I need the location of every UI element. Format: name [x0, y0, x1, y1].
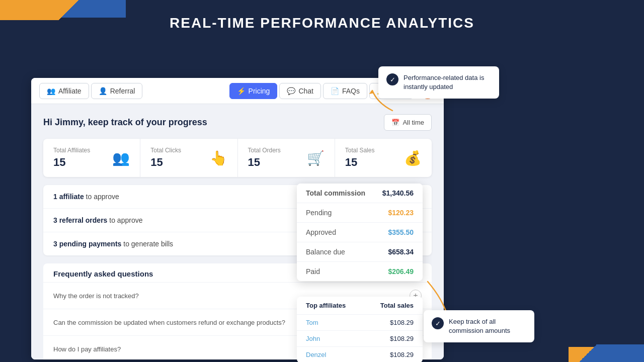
stats-row: Total Affiliates 15 👥 Total Clicks 15 👆 … [43, 139, 432, 177]
commission-label: Approved [306, 228, 336, 236]
stat-icon-total-clicks: 👆 [210, 150, 227, 166]
nav-btn-faqs[interactable]: 📄FAQs [323, 83, 367, 99]
affiliates-section: Top affiliates Total sales Tom$108.29Joh… [297, 297, 423, 362]
referral-icon: 👤 [99, 87, 107, 95]
pricing-icon: ⚡ [237, 87, 246, 95]
affiliate-row: Denzel$108.29 [297, 347, 423, 362]
affiliates-header: Top affiliates Total sales [297, 297, 423, 315]
commission-label: Total commission [306, 189, 365, 197]
nav-btn-chat[interactable]: 💬Chat [279, 83, 321, 99]
commission-value: $120.23 [388, 209, 414, 217]
stat-value: 15 [248, 156, 281, 169]
commission-value: $1,340.56 [382, 189, 414, 197]
stat-label: Total Clicks [150, 147, 181, 154]
stat-card-total-affiliates: Total Affiliates 15 👥 [43, 139, 140, 177]
stat-label: Total Sales [345, 147, 375, 154]
stat-value: 15 [345, 156, 375, 169]
affiliate-row: Tom$108.29 [297, 315, 423, 331]
commission-row: Balance due $658.34 [297, 242, 423, 262]
commission-value: $355.50 [388, 228, 414, 236]
stat-info: Total Clicks 15 [150, 147, 181, 169]
tooltip-commission: ✓ Keep track of all commission amounts [424, 310, 534, 342]
greeting-text: Hi Jimmy, keep track of your progress [43, 117, 207, 128]
commission-label: Paid [306, 267, 320, 276]
affiliates-rows: Tom$108.29John$108.29Denzel$108.29 [297, 315, 423, 362]
stat-card-total-orders: Total Orders 15 🛒 [238, 139, 335, 177]
affiliate-amount: $108.29 [390, 319, 414, 326]
affiliate-row: John$108.29 [297, 331, 423, 347]
commission-panel: Total commission $1,340.56 Pending $120.… [297, 184, 423, 281]
faqs-icon: 📄 [331, 87, 339, 95]
tooltip-commission-text: Keep track of all commission amounts [449, 317, 526, 335]
affiliate-name[interactable]: Tom [306, 319, 318, 326]
commission-label: Pending [306, 209, 332, 217]
affiliates-col-name: Top affiliates [306, 302, 346, 309]
stat-icon-total-sales: 💰 [404, 150, 422, 166]
affiliate-name[interactable]: John [306, 335, 320, 342]
time-filter-label: All time [403, 119, 424, 126]
corner-decoration-tl [0, 0, 111, 20]
affiliate-icon: 👥 [47, 87, 55, 95]
stat-value: 15 [53, 156, 90, 169]
tooltip-performance-text: Performance-related data is instantly up… [404, 73, 491, 92]
stat-icon-total-orders: 🛒 [307, 150, 325, 166]
commission-row: Approved $355.50 [297, 223, 423, 242]
stat-card-total-clicks: Total Clicks 15 👆 [140, 139, 237, 177]
stat-icon-total-affiliates: 👥 [112, 150, 130, 166]
stat-info: Total Affiliates 15 [53, 147, 90, 169]
stat-value: 15 [150, 156, 181, 169]
commission-row: Total commission $1,340.56 [297, 184, 423, 203]
commission-label: Balance due [306, 248, 345, 256]
commission-row: Pending $120.23 [297, 203, 423, 223]
affiliate-amount: $108.29 [390, 335, 414, 342]
affiliate-name[interactable]: Denzel [306, 351, 326, 358]
nav-btn-pricing[interactable]: ⚡Pricing [229, 83, 278, 99]
affiliates-col-sales: Total sales [380, 302, 414, 309]
stat-info: Total Orders 15 [248, 147, 281, 169]
stat-label: Total Affiliates [53, 147, 90, 154]
affiliate-amount: $108.29 [390, 351, 414, 358]
nav-left: 👥Affiliate👤Referral [39, 83, 227, 99]
tooltip-check-icon: ✓ [386, 73, 398, 85]
commission-row: Paid $206.49 [297, 262, 423, 281]
chat-icon: 💬 [287, 87, 295, 95]
nav-btn-referral[interactable]: 👤Referral [91, 83, 143, 99]
stat-info: Total Sales 15 [345, 147, 375, 169]
calendar-icon: 📅 [391, 119, 399, 126]
commission-value: $206.49 [388, 267, 414, 276]
tooltip-performance: ✓ Performance-related data is instantly … [378, 66, 499, 99]
stat-label: Total Orders [248, 147, 281, 154]
tooltip-commission-check-icon: ✓ [432, 317, 444, 329]
stat-card-total-sales: Total Sales 15 💰 [335, 139, 432, 177]
commission-value: $658.34 [388, 248, 414, 256]
time-filter-button[interactable]: 📅 All time [384, 114, 432, 131]
content-header: Hi Jimmy, keep track of your progress 📅 … [43, 114, 432, 131]
corner-decoration-br [553, 344, 644, 362]
nav-btn-affiliate[interactable]: 👥Affiliate [39, 83, 89, 99]
